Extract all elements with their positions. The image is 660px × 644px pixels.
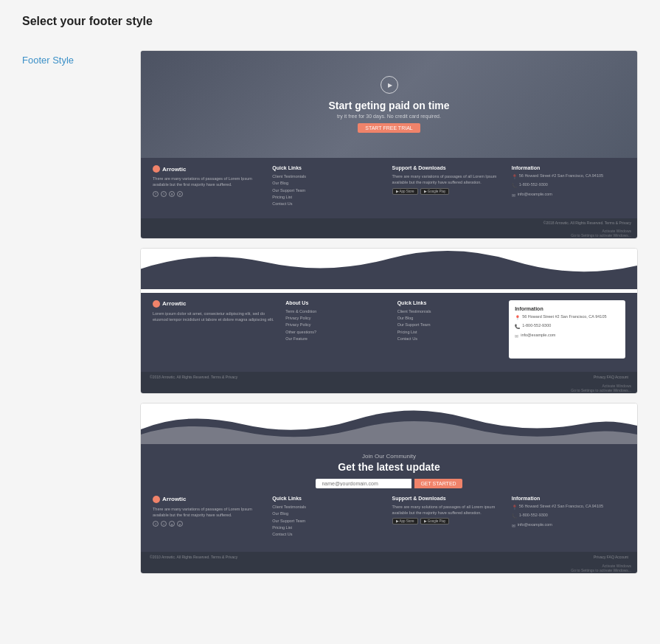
page-title: Select your footer style <box>22 15 638 28</box>
card1-headline: Start geting paid on time <box>328 100 449 111</box>
card2-qlink-1[interactable]: Client Testimonials <box>397 308 503 315</box>
card3-email-input[interactable] <box>316 479 411 488</box>
card1-address: 📍 56 Howard Street #2 San Francisco, CA … <box>512 173 625 180</box>
card2-qlink-5[interactable]: Contact Us <box>397 336 503 342</box>
card2-col3: Quick Links Client Testimonials Our Blog… <box>397 300 503 359</box>
card2-qlink-3[interactable]: Our Support Team <box>397 322 503 328</box>
card3-phone: 📞 1-800-552-9300 <box>512 513 625 519</box>
card1-link-1[interactable]: Client Testimonials <box>272 173 386 180</box>
card3-logo: Arrowtic <box>153 496 266 503</box>
card3-phone-text: 1-800-552-9300 <box>519 513 548 519</box>
card3-facebook-icon[interactable]: f <box>153 521 159 527</box>
card1-link-5[interactable]: Contact Us <box>272 201 386 207</box>
card1-googleplay-badge[interactable]: ▶ Google Play <box>420 188 450 195</box>
card1-social: f t g p <box>153 191 266 197</box>
card3-watermark: Activate WindowsGo to Settings to activa… <box>141 562 637 573</box>
card2-link-4[interactable]: Other questions? <box>285 329 392 336</box>
card3-appstore-badge[interactable]: ▶ App Store <box>392 518 418 524</box>
card3-wave-top <box>141 404 637 444</box>
card3-join-text: Join Our Community <box>362 453 416 460</box>
card3-col1-body: There are many variations of passages of… <box>153 506 266 519</box>
card1-col2: Quick Links Client Testimonials Our Blog… <box>272 165 386 208</box>
card1-facebook-icon[interactable]: f <box>153 191 159 197</box>
card1-watermark: Activate WindowsGo to Settings to activa… <box>141 227 637 238</box>
footer-style-3[interactable]: Join Our Community Get the latest update… <box>140 403 638 574</box>
card1-footer-cols: Arrowtic There are many variations of pa… <box>153 165 625 208</box>
card1-link-2[interactable]: Our Blog <box>272 180 386 187</box>
card1-col1: Arrowtic There are many variations of pa… <box>153 165 266 208</box>
sidebar-footer-style-label: Footer Style <box>22 55 74 66</box>
card1-logo-icon <box>153 165 160 173</box>
card3-submit-button[interactable]: GET STARTED <box>414 479 462 488</box>
card3-twitter-icon[interactable]: t <box>161 521 167 527</box>
card2-social: f t g p i <box>515 344 619 353</box>
card2-link-2[interactable]: Privacy Policy <box>285 315 392 322</box>
card2-address: 📍 56 Howard Street #2 San Francisco, CA … <box>515 314 619 321</box>
footer-style-1[interactable]: Start geting paid on time try it free fo… <box>140 50 638 239</box>
card3-pinterest-icon[interactable]: p <box>177 521 183 527</box>
card3-copyright-bar: ©2010 Arrowtic. All Rights Reserved. Ter… <box>141 552 637 562</box>
card1-pinterest-icon[interactable]: p <box>177 191 183 197</box>
card3-col3-body: There are many solutions of passages of … <box>392 504 506 516</box>
card3-link-3[interactable]: Our Support Team <box>272 518 386 524</box>
card1-email: ✉ info@example.com <box>512 192 625 198</box>
card2-twitter-icon[interactable]: t <box>551 344 560 353</box>
card1-phone-icon: 📞 <box>512 183 517 189</box>
card3-col1: Arrowtic There are many variations of pa… <box>153 496 266 539</box>
footer-style-2[interactable]: Arrowtic Lorem ipsum dolor sit amet, con… <box>140 248 638 394</box>
card3-logo-text: Arrowtic <box>162 496 186 502</box>
card1-appstore-badge[interactable]: ▶ App Store <box>392 188 418 195</box>
card1-link-3[interactable]: Our Support Team <box>272 187 386 194</box>
card1-phone: 📞 1-800-552-9300 <box>512 182 625 189</box>
card1-col4: Information 📍 56 Howard Street #2 San Fr… <box>512 165 625 208</box>
card3-email-text: info@example.com <box>518 522 552 528</box>
card2-pinterest-icon[interactable]: p <box>574 344 583 353</box>
card3-newsletter: Join Our Community Get the latest update… <box>141 444 637 552</box>
card2-logo-icon <box>153 300 160 308</box>
card2-email-text: info@example.com <box>521 333 555 339</box>
card2-location-icon: 📍 <box>515 315 520 321</box>
card1-col1-body: There are many variations of passages of… <box>153 176 266 188</box>
card2-copyright-text: ©2018 Arrowtic. All Rights Reserved. Ter… <box>150 375 237 379</box>
card2-logo: Arrowtic <box>153 300 279 308</box>
card3-gplus-icon[interactable]: g <box>169 521 175 527</box>
card1-twitter-icon[interactable]: t <box>161 191 167 197</box>
card2-email-icon: ✉ <box>515 333 518 339</box>
card2-qlink-2[interactable]: Our Blog <box>397 315 503 322</box>
card2-instagram-icon[interactable]: i <box>586 344 595 353</box>
card2-col2-title: About Us <box>285 300 392 305</box>
card1-footer: Arrowtic There are many variations of pa… <box>141 158 637 218</box>
card3-link-4[interactable]: Pricing List <box>272 524 386 531</box>
card1-col2-title: Quick Links <box>272 165 386 170</box>
card2-col1: Arrowtic Lorem ipsum dolor sit amet, con… <box>153 300 279 359</box>
card2-address-text: 56 Howard Street #2 San Francisco, CA 94… <box>522 314 606 320</box>
card3-googleplay-badge[interactable]: ▶ Google Play <box>420 518 450 524</box>
card3-headline: Get the latest update <box>338 461 440 473</box>
card2-facebook-icon[interactable]: f <box>539 344 548 353</box>
card2-phone: 📞 1-800-552-9300 <box>515 323 619 330</box>
card3-link-1[interactable]: Client Testimonials <box>272 504 386 510</box>
card2-watermark: Activate WindowsGo to Settings to activa… <box>141 382 637 393</box>
card1-gplus-icon[interactable]: g <box>169 191 175 197</box>
main-layout: Footer Style Start geting paid on time t… <box>22 50 638 574</box>
card1-location-icon: 📍 <box>512 174 517 180</box>
card1-app-badges: ▶ App Store ▶ Google Play <box>392 188 506 195</box>
card3-location-icon: 📍 <box>512 505 517 510</box>
card1-cta-button[interactable]: START FREE TRIAL <box>358 123 420 133</box>
card2-logo-text: Arrowtic <box>162 300 186 307</box>
card3-link-5[interactable]: Contact Us <box>272 531 386 538</box>
card3-phone-icon: 📞 <box>512 513 517 519</box>
card1-phone-text: 1-800-552-9300 <box>519 182 548 188</box>
card1-link-4[interactable]: Pricing List <box>272 194 386 201</box>
card2-qlink-4[interactable]: Pricing List <box>397 329 503 336</box>
card2-link-3[interactable]: Privacy Policy <box>285 322 392 328</box>
card2-link-1[interactable]: Term & Condition <box>285 308 392 315</box>
card2-phone-icon: 📞 <box>515 324 520 330</box>
card2-link-5[interactable]: Our Feature <box>285 336 392 342</box>
card1-email-icon: ✉ <box>512 193 515 198</box>
card2-email: ✉ info@example.com <box>515 333 619 339</box>
card3-address-text: 56 Howard Street #2 San Francisco, CA 94… <box>519 504 603 510</box>
card3-email-row: GET STARTED <box>316 479 462 488</box>
card2-gplus-icon[interactable]: g <box>563 344 572 353</box>
card3-link-2[interactable]: Our Blog <box>272 510 386 517</box>
